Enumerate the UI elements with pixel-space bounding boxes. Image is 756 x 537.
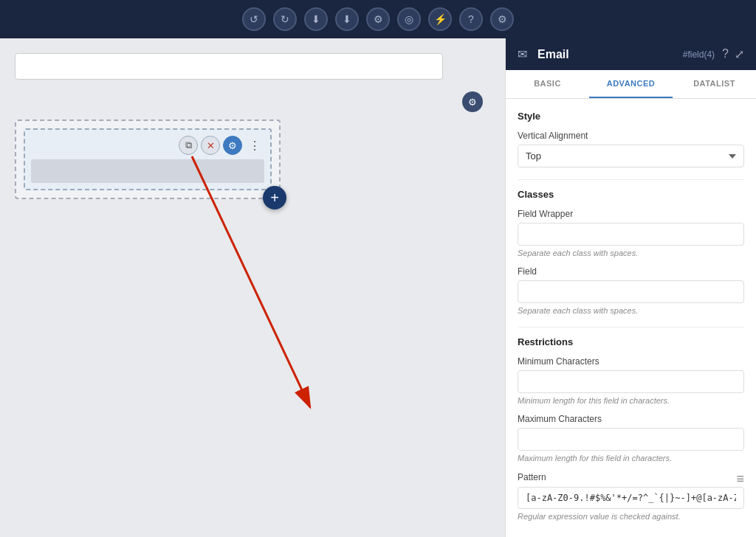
panel-title: Email: [537, 48, 676, 61]
panel-tabs: BASIC ADVANCED DATALIST: [506, 70, 756, 99]
toolbar-help-button[interactable]: ?: [459, 7, 483, 31]
main-toolbar: ↺ ↻ ⬇ ⬇ ⚙ ◎ ⚡ ? ⚙: [0, 0, 756, 38]
restrictions-section-title: Restrictions: [518, 336, 744, 347]
panel-content: Style Vertical Alignment Top Middle Bott…: [506, 99, 756, 537]
copy-button[interactable]: ⧉: [179, 136, 198, 155]
toolbar-gear-button[interactable]: ⚙: [490, 7, 514, 31]
email-field-placeholder: [31, 159, 264, 183]
email-icon: ✉: [518, 47, 527, 61]
field-inner: ⧉ ✕ ⚙ ⋮: [24, 128, 272, 190]
pattern-row: Pattern ≡: [518, 471, 744, 487]
max-chars-label: Maximum Characters: [518, 414, 744, 424]
tab-advanced[interactable]: ADVANCED: [589, 70, 673, 98]
field-block: ⧉ ✕ ⚙ ⋮ +: [15, 119, 281, 199]
remove-button[interactable]: ✕: [201, 136, 220, 155]
toolbar-undo-button[interactable]: ↺: [242, 7, 266, 31]
vertical-alignment-select[interactable]: Top Middle Bottom: [518, 145, 744, 167]
toolbar-download-button[interactable]: ⬇: [335, 7, 359, 31]
panel-header: ✉ Email #field(4) ? ⤢: [506, 38, 756, 70]
pattern-label: Pattern: [518, 472, 546, 482]
pattern-hint: Regular expression value is checked agai…: [518, 512, 744, 521]
toolbar-settings-button[interactable]: ⚙: [366, 7, 390, 31]
field-class-hint: Separate each class with spaces.: [518, 306, 744, 315]
max-chars-hint: Maximum length for this field in charact…: [518, 454, 744, 462]
min-chars-input[interactable]: [518, 370, 744, 393]
add-field-button[interactable]: +: [263, 186, 286, 209]
right-panel: ✉ Email #field(4) ? ⤢ BASIC ADVANCED DAT…: [505, 38, 756, 537]
field-inner-toolbar: ⧉ ✕ ⚙ ⋮: [31, 136, 264, 155]
classes-section: Classes Field Wrapper Separate each clas…: [518, 179, 744, 315]
form-canvas: ⚙ ⧉ ✕ ⚙ ⋮ +: [0, 38, 505, 537]
min-chars-label: Minimum Characters: [518, 356, 744, 367]
pattern-row-container: Pattern ≡ Regular expression value is ch…: [518, 471, 744, 521]
tab-basic[interactable]: BASIC: [506, 70, 589, 98]
field-wrapper-label: Field Wrapper: [518, 209, 744, 219]
canvas-input-bar: [15, 53, 443, 80]
main-content: ⚙ ⧉ ✕ ⚙ ⋮ +: [0, 38, 756, 537]
field-gear-button[interactable]: ⚙: [462, 91, 483, 112]
tab-datalist[interactable]: DATALIST: [673, 70, 756, 98]
style-section-title: Style: [518, 111, 744, 122]
field-wrapper-hint: Separate each class with spaces.: [518, 249, 744, 257]
panel-badge: #field(4): [683, 49, 715, 60]
panel-help-icon[interactable]: ?: [722, 47, 729, 61]
vertical-alignment-label: Vertical Alignment: [518, 131, 744, 141]
toolbar-target-button[interactable]: ◎: [397, 7, 421, 31]
toolbar-redo-button[interactable]: ↻: [273, 7, 297, 31]
field-class-label: Field: [518, 266, 744, 277]
field-wrapper-input[interactable]: [518, 223, 744, 246]
min-chars-hint: Minimum length for this field in charact…: [518, 396, 744, 405]
max-chars-input[interactable]: [518, 428, 744, 451]
toolbar-lightning-button[interactable]: ⚡: [428, 7, 452, 31]
restrictions-section: Restrictions Minimum Characters Minimum …: [518, 327, 744, 521]
panel-expand-icon[interactable]: ⤢: [735, 47, 744, 61]
classes-section-title: Classes: [518, 189, 744, 200]
pattern-menu-icon[interactable]: ≡: [736, 471, 744, 487]
settings-button[interactable]: ⚙: [223, 136, 242, 155]
field-class-input[interactable]: [518, 280, 744, 303]
panel-header-icons: ? ⤢: [722, 47, 744, 61]
more-button[interactable]: ⋮: [245, 136, 264, 155]
toolbar-save-button[interactable]: ⬇: [304, 7, 328, 31]
pattern-input[interactable]: [518, 487, 744, 509]
